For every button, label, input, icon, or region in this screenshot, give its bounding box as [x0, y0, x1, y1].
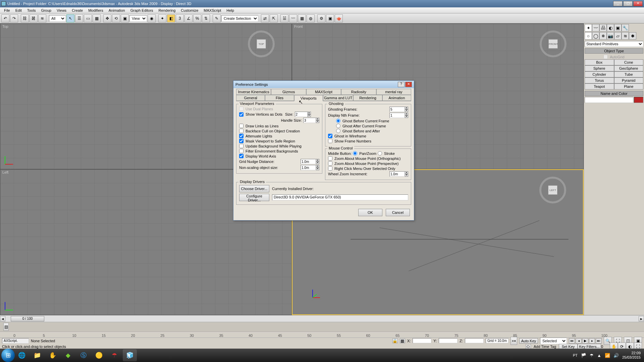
configure-driver-button[interactable]: Configure Driver...	[239, 194, 269, 201]
time-slider[interactable]: ◂ 0 / 100 ▸	[0, 315, 644, 322]
dot-size-spinner[interactable]: ▲▼	[295, 112, 311, 117]
pref-tab-radiosity[interactable]: Radiosity	[341, 89, 376, 95]
world-axis-checkbox[interactable]	[239, 154, 244, 158]
render-setup-button[interactable]: ⚙	[317, 14, 325, 22]
ghost-before-radio[interactable]	[336, 119, 340, 123]
snap-toggle-button[interactable]: 3	[176, 14, 184, 22]
dialog-titlebar[interactable]: Preference Settings ? ✕	[233, 81, 414, 88]
maximize-button[interactable]: ▢	[623, 1, 633, 6]
ghost-nth-spinner[interactable]: ▲▼	[389, 113, 408, 118]
angle-snap-button[interactable]: ∠	[184, 14, 193, 22]
menu-modifiers[interactable]: Modifiers	[86, 8, 106, 13]
task-explorer[interactable]: 📁	[30, 349, 44, 361]
undo-button[interactable]: ↶	[1, 14, 9, 22]
pref-tab-rendering[interactable]: Rendering	[353, 95, 382, 101]
ghost-after-radio[interactable]	[336, 124, 340, 128]
task-ie[interactable]: 🌐	[15, 349, 29, 361]
y-field[interactable]	[439, 338, 458, 343]
show-frame-numbers-checkbox[interactable]	[328, 139, 332, 143]
add-time-tag[interactable]: Add Time Tag	[534, 345, 556, 349]
play-button[interactable]: ▶	[582, 338, 588, 344]
cameras-subtab[interactable]: 📷	[607, 32, 614, 40]
time-slider-next[interactable]: ▸	[639, 316, 644, 321]
ghost-frames-spinner[interactable]: ▲▼	[389, 107, 408, 112]
tray-flag-icon[interactable]: 🏳️	[581, 353, 586, 358]
selection-filter-dropdown[interactable]: All	[49, 15, 66, 22]
pref-tab-animation[interactable]: Animation	[382, 95, 411, 101]
color-swatch[interactable]	[634, 97, 643, 103]
menu-edit[interactable]: Edit	[13, 8, 24, 13]
stroke-radio[interactable]	[378, 151, 382, 156]
tray-av-icon[interactable]: ☂	[590, 353, 594, 358]
select-by-name-button[interactable]: ☰	[75, 14, 83, 22]
pivot-center-button[interactable]: ◉	[148, 14, 156, 22]
systems-subtab[interactable]: ✱	[629, 32, 636, 40]
create-cylinder-button[interactable]: Cylinder	[585, 71, 614, 77]
goto-end-button[interactable]: ⏭	[596, 338, 602, 344]
dialog-help-button[interactable]: ?	[398, 82, 405, 87]
keymode-button[interactable]: ◧	[167, 14, 175, 22]
create-torus-button[interactable]: Torus	[585, 77, 614, 83]
key-mode-icon[interactable]: ⊶	[511, 337, 517, 345]
x-field[interactable]	[413, 338, 431, 343]
maxscript-mini[interactable]: AXScript.	[2, 338, 29, 344]
create-geosphere-button[interactable]: GeoSphere	[614, 65, 644, 71]
display-tab[interactable]: ▣	[614, 24, 622, 32]
schematic-view-button[interactable]: ▦	[298, 14, 306, 22]
layer-manager-button[interactable]: ☱	[280, 14, 288, 22]
start-button[interactable]: ⊞	[1, 349, 15, 362]
zoom-ortho-checkbox[interactable]	[328, 156, 332, 161]
cancel-button[interactable]: Cancel	[386, 209, 410, 216]
autokey-button[interactable]: Auto Key	[519, 338, 538, 344]
redo-button[interactable]: ↷	[10, 14, 18, 22]
select-object-button[interactable]: ↖	[66, 14, 74, 22]
pref-tab-maxscript[interactable]: MAXScript	[306, 89, 341, 95]
modify-tab[interactable]: 〰	[592, 24, 599, 32]
vertices-dots-checkbox[interactable]	[239, 112, 244, 117]
tray-volume-icon[interactable]: 🔊	[613, 353, 619, 358]
track-bar[interactable]: ▤	[0, 322, 644, 331]
menu-maxscript[interactable]: MAXScript	[201, 8, 224, 13]
time-slider-handle[interactable]: 0 / 100	[11, 316, 44, 321]
menu-rendering[interactable]: Rendering	[156, 8, 178, 13]
zoom-persp-checkbox[interactable]	[328, 161, 332, 166]
spinner-snap-button[interactable]: ⇅	[202, 14, 210, 22]
task-3dsmax[interactable]: 🧊	[123, 349, 137, 361]
timeconfig-icon[interactable]: ⏲	[526, 344, 531, 349]
system-clock[interactable]: 22:09 25/03/2015	[622, 351, 643, 360]
move-button[interactable]: ✥	[103, 14, 111, 22]
pref-tab-mental-ray[interactable]: mental ray	[376, 89, 411, 95]
create-sphere-button[interactable]: Sphere	[585, 65, 614, 71]
attenuate-lights-checkbox[interactable]	[239, 134, 244, 138]
pref-tab-files[interactable]: Files	[265, 95, 294, 101]
link-button[interactable]: ⛓	[21, 14, 29, 22]
named-selection-dropdown[interactable]: Create Selection Set	[221, 15, 258, 22]
abs-rel-button[interactable]: ▦	[400, 339, 405, 343]
pref-tab-inverse-kinematics[interactable]: Inverse Kinematics	[236, 89, 271, 95]
update-bg-checkbox[interactable]	[239, 144, 244, 148]
render-button[interactable]: 🫖	[335, 14, 343, 22]
align-button[interactable]: ⇱	[270, 14, 278, 22]
wheel-zoom-spinner[interactable]: ▲▼	[389, 171, 408, 177]
viewcube-top[interactable]: TOP	[248, 31, 275, 57]
minimize-button[interactable]: _	[613, 1, 623, 6]
helpers-subtab[interactable]: ▱	[614, 32, 622, 40]
task-avira[interactable]: ☂	[107, 349, 121, 361]
hierarchy-tab[interactable]: 品	[599, 24, 607, 32]
percent-snap-button[interactable]: %	[193, 14, 201, 22]
prev-frame-button[interactable]: ◂	[576, 338, 582, 344]
task-app-green[interactable]: ◆	[61, 349, 75, 361]
create-tube-button[interactable]: Tube	[614, 71, 644, 77]
filter-env-checkbox[interactable]	[239, 149, 244, 153]
create-tab[interactable]: ✦	[585, 24, 592, 32]
task-app-orange[interactable]: ✋	[46, 349, 60, 361]
create-plane-button[interactable]: Plane	[614, 83, 644, 89]
menu-tools[interactable]: Tools	[24, 8, 39, 13]
create-cone-button[interactable]: Cone	[614, 59, 644, 65]
object-name-input[interactable]	[585, 97, 633, 103]
panzoom-radio[interactable]	[353, 151, 357, 156]
goto-start-button[interactable]: ⏮	[569, 338, 575, 344]
next-frame-button[interactable]: ▸	[589, 338, 595, 344]
object-type-rollout[interactable]: Object Type	[585, 48, 643, 54]
rclick-selected-checkbox[interactable]	[328, 166, 332, 171]
